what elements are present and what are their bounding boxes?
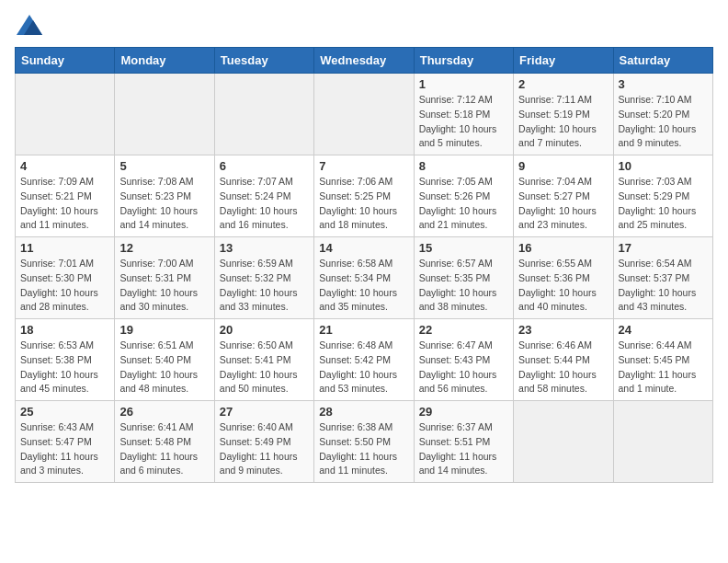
page-header bbox=[15, 15, 713, 40]
calendar-header: SundayMondayTuesdayWednesdayThursdayFrid… bbox=[16, 48, 713, 74]
day-number: 9 bbox=[518, 159, 608, 173]
calendar-day-cell: 14Sunrise: 6:58 AM Sunset: 5:34 PM Dayli… bbox=[314, 237, 414, 319]
day-number: 4 bbox=[20, 159, 109, 173]
calendar-day-cell: 1Sunrise: 7:12 AM Sunset: 5:18 PM Daylig… bbox=[414, 74, 513, 155]
calendar-header-cell: Thursday bbox=[414, 48, 513, 74]
day-number: 20 bbox=[220, 323, 309, 337]
day-info: Sunrise: 6:48 AM Sunset: 5:42 PM Dayligh… bbox=[319, 339, 408, 396]
day-info: Sunrise: 7:05 AM Sunset: 5:26 PM Dayligh… bbox=[419, 175, 508, 233]
day-info: Sunrise: 7:08 AM Sunset: 5:23 PM Dayligh… bbox=[119, 175, 209, 233]
calendar-day-cell: 9Sunrise: 7:04 AM Sunset: 5:27 PM Daylig… bbox=[514, 155, 613, 237]
day-number: 6 bbox=[220, 159, 309, 173]
calendar-table: SundayMondayTuesdayWednesdayThursdayFrid… bbox=[15, 47, 713, 483]
day-number: 17 bbox=[619, 241, 708, 255]
day-number: 5 bbox=[119, 159, 209, 173]
calendar-week-row: 11Sunrise: 7:01 AM Sunset: 5:30 PM Dayli… bbox=[16, 237, 713, 319]
calendar-day-cell: 24Sunrise: 6:44 AM Sunset: 5:45 PM Dayli… bbox=[613, 319, 712, 401]
day-info: Sunrise: 6:40 AM Sunset: 5:49 PM Dayligh… bbox=[220, 420, 309, 478]
day-number: 26 bbox=[119, 405, 209, 419]
day-info: Sunrise: 7:12 AM Sunset: 5:18 PM Dayligh… bbox=[419, 93, 508, 151]
calendar-day-cell: 16Sunrise: 6:55 AM Sunset: 5:36 PM Dayli… bbox=[514, 237, 613, 319]
day-number: 18 bbox=[20, 323, 109, 337]
day-number: 8 bbox=[419, 159, 508, 173]
calendar-day-cell bbox=[214, 74, 313, 155]
calendar-header-cell: Wednesday bbox=[314, 48, 414, 74]
calendar-day-cell: 2Sunrise: 7:11 AM Sunset: 5:19 PM Daylig… bbox=[514, 74, 613, 155]
day-number: 14 bbox=[319, 241, 408, 255]
calendar-day-cell: 22Sunrise: 6:47 AM Sunset: 5:43 PM Dayli… bbox=[414, 319, 513, 401]
calendar-day-cell: 5Sunrise: 7:08 AM Sunset: 5:23 PM Daylig… bbox=[115, 155, 214, 237]
day-number: 13 bbox=[220, 241, 309, 255]
calendar-header-cell: Friday bbox=[514, 48, 613, 74]
calendar-day-cell bbox=[514, 401, 613, 483]
calendar-day-cell: 15Sunrise: 6:57 AM Sunset: 5:35 PM Dayli… bbox=[414, 237, 513, 319]
calendar-day-cell: 8Sunrise: 7:05 AM Sunset: 5:26 PM Daylig… bbox=[414, 155, 513, 237]
day-number: 25 bbox=[20, 405, 109, 419]
calendar-day-cell: 27Sunrise: 6:40 AM Sunset: 5:49 PM Dayli… bbox=[214, 401, 313, 483]
calendar-day-cell: 3Sunrise: 7:10 AM Sunset: 5:20 PM Daylig… bbox=[613, 74, 712, 155]
calendar-day-cell: 17Sunrise: 6:54 AM Sunset: 5:37 PM Dayli… bbox=[613, 237, 712, 319]
calendar-day-cell bbox=[314, 74, 414, 155]
day-number: 29 bbox=[419, 405, 508, 419]
day-number: 7 bbox=[319, 159, 408, 173]
calendar-body: 1Sunrise: 7:12 AM Sunset: 5:18 PM Daylig… bbox=[16, 74, 713, 483]
calendar-day-cell bbox=[16, 74, 115, 155]
day-number: 2 bbox=[518, 77, 608, 91]
day-number: 10 bbox=[619, 159, 708, 173]
day-number: 11 bbox=[20, 241, 109, 255]
calendar-header-cell: Saturday bbox=[613, 48, 712, 74]
day-info: Sunrise: 7:11 AM Sunset: 5:19 PM Dayligh… bbox=[518, 93, 608, 151]
calendar-day-cell: 18Sunrise: 6:53 AM Sunset: 5:38 PM Dayli… bbox=[16, 319, 115, 401]
day-info: Sunrise: 7:03 AM Sunset: 5:29 PM Dayligh… bbox=[619, 175, 708, 233]
calendar-day-cell bbox=[115, 74, 214, 155]
day-info: Sunrise: 6:41 AM Sunset: 5:48 PM Dayligh… bbox=[119, 420, 209, 478]
day-info: Sunrise: 7:07 AM Sunset: 5:24 PM Dayligh… bbox=[220, 175, 309, 233]
day-info: Sunrise: 7:10 AM Sunset: 5:20 PM Dayligh… bbox=[619, 93, 708, 151]
calendar-day-cell: 20Sunrise: 6:50 AM Sunset: 5:41 PM Dayli… bbox=[214, 319, 313, 401]
day-number: 21 bbox=[319, 323, 408, 337]
logo-icon bbox=[17, 15, 42, 35]
day-number: 1 bbox=[419, 77, 508, 91]
calendar-header-cell: Sunday bbox=[16, 48, 115, 74]
day-info: Sunrise: 7:09 AM Sunset: 5:21 PM Dayligh… bbox=[20, 175, 109, 233]
day-info: Sunrise: 7:00 AM Sunset: 5:31 PM Dayligh… bbox=[119, 257, 209, 315]
calendar-day-cell: 26Sunrise: 6:41 AM Sunset: 5:48 PM Dayli… bbox=[115, 401, 214, 483]
day-info: Sunrise: 6:54 AM Sunset: 5:37 PM Dayligh… bbox=[619, 257, 708, 315]
calendar-day-cell bbox=[613, 401, 712, 483]
calendar-day-cell: 12Sunrise: 7:00 AM Sunset: 5:31 PM Dayli… bbox=[115, 237, 214, 319]
day-info: Sunrise: 6:44 AM Sunset: 5:45 PM Dayligh… bbox=[619, 339, 708, 396]
day-info: Sunrise: 6:59 AM Sunset: 5:32 PM Dayligh… bbox=[220, 257, 309, 315]
day-info: Sunrise: 6:55 AM Sunset: 5:36 PM Dayligh… bbox=[518, 257, 608, 315]
day-number: 23 bbox=[518, 323, 608, 337]
calendar-day-cell: 13Sunrise: 6:59 AM Sunset: 5:32 PM Dayli… bbox=[214, 237, 313, 319]
calendar-day-cell: 21Sunrise: 6:48 AM Sunset: 5:42 PM Dayli… bbox=[314, 319, 414, 401]
day-info: Sunrise: 7:06 AM Sunset: 5:25 PM Dayligh… bbox=[319, 175, 408, 233]
calendar-header-row: SundayMondayTuesdayWednesdayThursdayFrid… bbox=[16, 48, 713, 74]
logo bbox=[15, 15, 40, 40]
day-info: Sunrise: 6:38 AM Sunset: 5:50 PM Dayligh… bbox=[319, 420, 408, 478]
day-number: 3 bbox=[619, 77, 708, 91]
day-number: 24 bbox=[619, 323, 708, 337]
calendar-day-cell: 11Sunrise: 7:01 AM Sunset: 5:30 PM Dayli… bbox=[16, 237, 115, 319]
calendar-day-cell: 28Sunrise: 6:38 AM Sunset: 5:50 PM Dayli… bbox=[314, 401, 414, 483]
calendar-day-cell: 7Sunrise: 7:06 AM Sunset: 5:25 PM Daylig… bbox=[314, 155, 414, 237]
calendar-day-cell: 25Sunrise: 6:43 AM Sunset: 5:47 PM Dayli… bbox=[16, 401, 115, 483]
calendar-day-cell: 29Sunrise: 6:37 AM Sunset: 5:51 PM Dayli… bbox=[414, 401, 513, 483]
calendar-day-cell: 4Sunrise: 7:09 AM Sunset: 5:21 PM Daylig… bbox=[16, 155, 115, 237]
calendar-day-cell: 6Sunrise: 7:07 AM Sunset: 5:24 PM Daylig… bbox=[214, 155, 313, 237]
day-info: Sunrise: 6:57 AM Sunset: 5:35 PM Dayligh… bbox=[419, 257, 508, 315]
calendar-week-row: 25Sunrise: 6:43 AM Sunset: 5:47 PM Dayli… bbox=[16, 401, 713, 483]
calendar-week-row: 18Sunrise: 6:53 AM Sunset: 5:38 PM Dayli… bbox=[16, 319, 713, 401]
day-number: 19 bbox=[119, 323, 209, 337]
calendar-week-row: 4Sunrise: 7:09 AM Sunset: 5:21 PM Daylig… bbox=[16, 155, 713, 237]
calendar-day-cell: 10Sunrise: 7:03 AM Sunset: 5:29 PM Dayli… bbox=[613, 155, 712, 237]
day-number: 15 bbox=[419, 241, 508, 255]
day-number: 22 bbox=[419, 323, 508, 337]
day-info: Sunrise: 6:43 AM Sunset: 5:47 PM Dayligh… bbox=[20, 420, 109, 478]
day-number: 28 bbox=[319, 405, 408, 419]
day-info: Sunrise: 7:01 AM Sunset: 5:30 PM Dayligh… bbox=[20, 257, 109, 315]
calendar-header-cell: Tuesday bbox=[214, 48, 313, 74]
day-info: Sunrise: 7:04 AM Sunset: 5:27 PM Dayligh… bbox=[518, 175, 608, 233]
day-number: 16 bbox=[518, 241, 608, 255]
day-number: 12 bbox=[119, 241, 209, 255]
